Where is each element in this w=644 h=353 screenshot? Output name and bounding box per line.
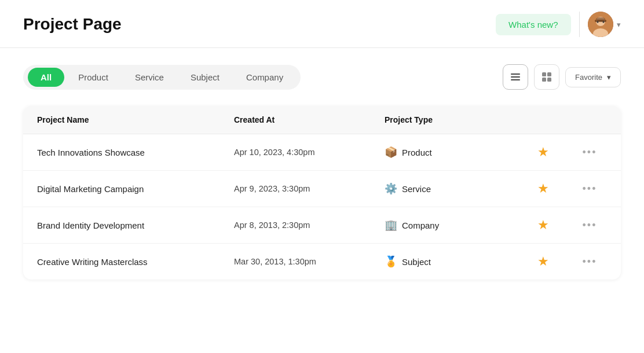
- header-right: What's new? ▾: [496, 12, 621, 37]
- project-name-cell: Creative Writing Masterclass: [37, 257, 234, 267]
- more-options-button[interactable]: •••: [572, 146, 607, 159]
- header-divider: [579, 12, 580, 37]
- svg-rect-10: [542, 72, 546, 76]
- more-options-button[interactable]: •••: [572, 183, 607, 195]
- svg-rect-9: [511, 79, 520, 80]
- filter-right: Favorite ▾: [503, 64, 621, 90]
- table-row: Digital Marketing Campaign Apr 9, 2023, …: [23, 171, 621, 207]
- projects-table: Project Name Created At Project Type Tec…: [23, 106, 621, 280]
- favorite-star[interactable]: ★: [537, 254, 572, 269]
- type-label: Subject: [402, 257, 431, 267]
- filter-bar: All Product Service Subject Company: [23, 64, 621, 90]
- svg-rect-8: [511, 76, 520, 78]
- type-label: Service: [402, 184, 431, 194]
- col-created-at: Created At: [234, 115, 385, 124]
- favorite-dropdown-button[interactable]: Favorite ▾: [565, 67, 621, 87]
- avatar: [588, 12, 613, 37]
- project-type-cell: ⚙️ Service: [385, 182, 537, 195]
- svg-rect-6: [596, 17, 605, 21]
- filter-tab-company[interactable]: Company: [233, 68, 296, 87]
- project-type-cell: 🏅 Subject: [385, 255, 537, 268]
- type-icon: 🏢: [385, 219, 397, 231]
- created-at-cell: Apr 10, 2023, 4:30pm: [234, 148, 385, 157]
- col-project-name: Project Name: [37, 115, 234, 124]
- type-label: Product: [402, 148, 432, 157]
- grid-view-icon: [541, 71, 552, 83]
- more-options-button[interactable]: •••: [572, 219, 607, 231]
- filter-tab-product[interactable]: Product: [65, 68, 121, 87]
- favorite-chevron-icon: ▾: [607, 73, 611, 82]
- type-icon: 🏅: [385, 255, 397, 268]
- svg-point-4: [597, 21, 599, 23]
- list-view-button[interactable]: [503, 64, 528, 90]
- main-content: All Product Service Subject Company: [0, 48, 644, 280]
- col-project-type: Project Type: [385, 115, 537, 124]
- filter-tab-service[interactable]: Service: [122, 68, 177, 87]
- project-type-cell: 🏢 Company: [385, 219, 537, 231]
- favorite-label: Favorite: [575, 73, 602, 82]
- filter-tab-all[interactable]: All: [28, 68, 64, 87]
- type-label: Company: [402, 220, 439, 230]
- filter-tab-subject[interactable]: Subject: [178, 68, 232, 87]
- svg-rect-12: [542, 78, 546, 82]
- created-at-cell: Apr 8, 2013, 2:30pm: [234, 220, 385, 230]
- whats-new-button[interactable]: What's new?: [496, 14, 570, 35]
- page-title: Project Page: [23, 15, 122, 34]
- svg-rect-11: [547, 72, 551, 76]
- favorite-star[interactable]: ★: [537, 181, 572, 196]
- header: Project Page What's new? ▾: [0, 0, 644, 48]
- grid-view-button[interactable]: [534, 64, 559, 90]
- project-type-cell: 📦 Product: [385, 146, 537, 159]
- created-at-cell: Apr 9, 2023, 3:30pm: [234, 184, 385, 193]
- type-icon: ⚙️: [385, 182, 397, 195]
- table-row: Creative Writing Masterclass Mar 30, 201…: [23, 244, 621, 280]
- user-avatar-wrapper[interactable]: ▾: [588, 12, 621, 37]
- list-view-icon: [510, 71, 521, 83]
- filter-tabs: All Product Service Subject Company: [23, 65, 301, 90]
- more-options-button[interactable]: •••: [572, 256, 607, 268]
- table-row: Brand Identity Development Apr 8, 2013, …: [23, 207, 621, 244]
- type-icon: 📦: [385, 146, 397, 159]
- project-name-cell: Digital Marketing Campaign: [37, 184, 234, 194]
- svg-rect-13: [547, 78, 551, 82]
- project-name-cell: Brand Identity Development: [37, 220, 234, 230]
- svg-rect-7: [511, 73, 520, 75]
- avatar-chevron-icon: ▾: [617, 20, 621, 29]
- project-name-cell: Tech Innovations Showcase: [37, 148, 234, 157]
- table-header: Project Name Created At Project Type: [23, 106, 621, 134]
- table-row: Tech Innovations Showcase Apr 10, 2023, …: [23, 134, 621, 171]
- favorite-star[interactable]: ★: [537, 218, 572, 233]
- favorite-star[interactable]: ★: [537, 145, 572, 160]
- svg-point-5: [603, 21, 605, 23]
- created-at-cell: Mar 30, 2013, 1:30pm: [234, 257, 385, 266]
